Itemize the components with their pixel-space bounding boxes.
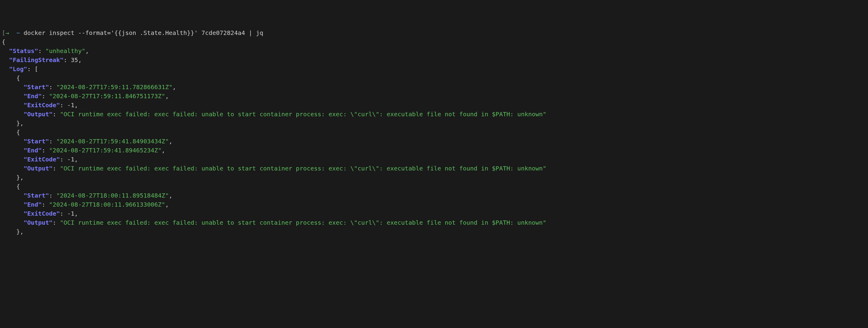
json-number-value: -1: [67, 156, 74, 163]
prompt-line: [→ ~ docker inspect --format='{{json .St…: [2, 29, 263, 36]
json-number-value: -1: [67, 101, 74, 109]
json-string-value: "unhealthy": [45, 47, 85, 55]
json-key: "ExitCode": [24, 101, 60, 109]
json-key: "Output": [24, 165, 53, 172]
json-key: "Start": [24, 84, 49, 91]
json-key: "Start": [24, 192, 49, 199]
prompt-tilde: ~: [16, 29, 20, 36]
json-key: "Start": [24, 138, 49, 145]
json-string-value: "2024-08-27T17:59:41.84903434Z": [56, 138, 169, 145]
json-string-value: "2024-08-27T18:00:11.966133006Z": [49, 201, 165, 208]
json-key: "Output": [24, 219, 53, 226]
json-key: "Output": [24, 110, 53, 118]
json-string-value: "2024-08-27T17:59:11.782866631Z": [56, 84, 173, 91]
json-key: "FailingStreak": [9, 56, 64, 64]
terminal-output[interactable]: [→ ~ docker inspect --format='{{json .St…: [2, 28, 866, 236]
json-string-value: "OCI runtime exec failed: exec failed: u…: [60, 110, 547, 118]
json-key: "ExitCode": [24, 156, 60, 163]
json-key: "ExitCode": [24, 210, 60, 217]
json-string-value: "2024-08-27T17:59:41.89465234Z": [49, 147, 162, 154]
json-number-value: -1: [67, 210, 74, 217]
json-key: "End": [24, 147, 41, 154]
json-key: "Log": [9, 65, 27, 73]
json-string-value: "OCI runtime exec failed: exec failed: u…: [60, 219, 547, 226]
command-text: docker inspect --format='{{json .State.H…: [24, 29, 263, 36]
json-key: "Status": [9, 47, 38, 55]
json-open-brace: {: [2, 38, 5, 45]
json-string-value: "2024-08-27T18:00:11.89518484Z": [56, 192, 169, 199]
json-key: "End": [24, 201, 41, 208]
json-number-value: 35: [71, 56, 78, 64]
prompt-arrow-icon: →: [5, 29, 9, 36]
json-key: "End": [24, 93, 41, 100]
json-string-value: "OCI runtime exec failed: exec failed: u…: [60, 165, 547, 172]
json-string-value: "2024-08-27T17:59:11.846751173Z": [49, 93, 165, 100]
